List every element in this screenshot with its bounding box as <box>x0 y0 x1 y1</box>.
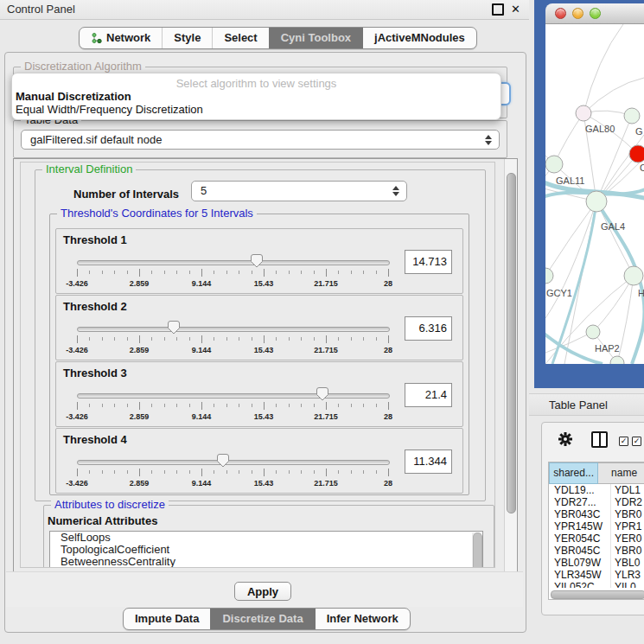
slider-track[interactable] <box>77 327 390 332</box>
cell-name[interactable]: YDL1 <box>611 484 644 496</box>
slider-thumb[interactable] <box>316 386 329 401</box>
table-data-select[interactable]: galFiltered.sif default node <box>21 130 500 150</box>
network-node-label: G <box>635 126 643 137</box>
network-canvas[interactable]: GAL80GCGAL11GAL4GCY1HHAP2 <box>545 24 644 364</box>
network-edge-highlighted[interactable] <box>552 201 596 364</box>
cell-shared-name[interactable]: YBL079W <box>549 557 611 569</box>
slider-thumb[interactable] <box>216 453 230 468</box>
network-node-c[interactable] <box>629 145 644 163</box>
attribute-item[interactable]: TopologicalCoefficient <box>50 544 482 556</box>
threshold-slider[interactable]: -3.4262.8599.14415.4321.71528 <box>56 229 402 293</box>
network-node-gal4[interactable] <box>586 191 607 212</box>
top-tab-bar: Network Style Select Cyni Toolbox jActiv… <box>79 27 477 49</box>
network-node-gcy1[interactable] <box>545 268 553 284</box>
horizontal-scrollbar[interactable] <box>550 590 644 599</box>
table-row[interactable]: YBR043CYBR0 <box>549 508 644 520</box>
cell-name[interactable]: YDR2 <box>611 496 644 508</box>
threshold-value-field[interactable]: 14.713 <box>405 250 452 274</box>
threshold-panel: Threshold 2 -3.4262.8599.14415.4321.7152… <box>55 295 463 360</box>
slider-thumb[interactable] <box>250 253 264 268</box>
table-row[interactable]: YBL079WYBL0 <box>549 557 644 569</box>
cell-name[interactable]: YIL0 <box>611 581 644 588</box>
cell-name[interactable]: YPR1 <box>611 520 644 532</box>
scrollbar-thumb[interactable] <box>473 532 482 568</box>
table-row[interactable]: YLR345WYLR3 <box>549 569 644 581</box>
cell-name[interactable]: YBR0 <box>611 508 644 520</box>
attributes-to-discretize-group: Attributes to discretize Numerical Attri… <box>43 505 494 568</box>
checkbox-icon[interactable]: ✓ <box>632 437 641 446</box>
table-row[interactable]: YPR145WYPR1 <box>549 520 644 532</box>
tab-style[interactable]: Style <box>162 28 212 48</box>
column-header-shared-name[interactable]: shared... <box>549 462 598 484</box>
threshold-slider[interactable]: -3.4262.8599.14415.4321.71528 <box>56 362 402 426</box>
cell-shared-name[interactable]: YDR27... <box>549 496 611 508</box>
attribute-item[interactable]: SelfLoops <box>50 532 482 544</box>
slider-track[interactable] <box>77 260 390 265</box>
cell-name[interactable]: YLR3 <box>611 569 644 581</box>
numerical-attributes-list[interactable]: SelfLoopsTopologicalCoefficientBetweenne… <box>49 531 483 568</box>
cell-shared-name[interactable]: YBR043C <box>549 508 611 520</box>
network-edge[interactable] <box>545 201 596 318</box>
slider-thumb[interactable] <box>167 320 181 335</box>
slider-track[interactable] <box>77 460 390 465</box>
tab-label: jActiveMNodules <box>374 28 465 48</box>
table-row[interactable]: YDR27...YDR2 <box>549 496 644 508</box>
zoom-traffic-light-icon[interactable] <box>590 8 601 19</box>
network-view-window[interactable]: GAL80GCGAL11GAL4GCY1HHAP2 <box>534 0 644 388</box>
cell-name[interactable]: YBL0 <box>611 557 644 569</box>
network-node-label: GCY1 <box>546 288 572 298</box>
threshold-panel: Threshold 4 -3.4262.8599.14415.4321.7152… <box>55 428 463 494</box>
tab-discretize-data[interactable]: Discretize Data <box>210 609 314 629</box>
network-node-gal80[interactable] <box>576 105 591 121</box>
cell-shared-name[interactable]: YLR345W <box>549 569 611 581</box>
cell-shared-name[interactable]: YPR145W <box>549 520 611 532</box>
number-of-intervals-select[interactable]: 5 <box>191 181 407 201</box>
tab-cyni-toolbox[interactable]: Cyni Toolbox <box>269 28 362 48</box>
tab-jactivemnodules[interactable]: jActiveMNodules <box>362 28 476 48</box>
scrollbar-thumb[interactable] <box>551 590 644 599</box>
list-scrollbar[interactable] <box>472 532 481 568</box>
cell-shared-name[interactable]: YER054C <box>549 532 611 545</box>
threshold-slider[interactable]: -3.4262.8599.14415.4321.71528 <box>56 429 402 493</box>
table-row[interactable]: YDL19...YDL1 <box>549 484 644 496</box>
slider-track[interactable] <box>77 393 390 399</box>
column-header-name[interactable]: name <box>598 462 644 484</box>
checkbox-icon[interactable]: ✓ <box>619 437 628 446</box>
threshold-value-field[interactable]: 6.316 <box>405 316 452 341</box>
tab-impute-data[interactable]: Impute Data <box>124 609 210 629</box>
cell-name[interactable]: YER0 <box>611 532 644 545</box>
threshold-value-field[interactable]: 21.4 <box>405 383 452 407</box>
network-node-gal11[interactable] <box>545 156 563 173</box>
table-row[interactable]: YER054CYER0 <box>549 532 644 545</box>
apply-button[interactable]: Apply <box>234 582 291 601</box>
network-node-g[interactable] <box>624 108 640 124</box>
network-node-hap2[interactable] <box>586 325 600 339</box>
slider-tick-labels: -3.4262.8599.14415.4321.71528 <box>56 479 402 489</box>
split-view-icon[interactable] <box>591 431 608 448</box>
table-data-selected-value: galFiltered.sif default node <box>22 131 499 149</box>
network-edge[interactable] <box>593 276 634 332</box>
network-edge[interactable] <box>583 24 623 113</box>
settings-gear-icon[interactable] <box>558 431 573 447</box>
threshold-slider[interactable]: -3.4262.8599.14415.4321.71528 <box>56 296 402 360</box>
table-row[interactable]: YIL052CYIL0 <box>549 581 644 588</box>
cell-shared-name[interactable]: YIL052C <box>549 581 611 588</box>
option-manual-discretization[interactable]: Manual Discretization <box>12 90 501 103</box>
scrollbar-thumb[interactable] <box>507 173 516 513</box>
network-node-h[interactable] <box>624 266 643 285</box>
tab-select[interactable]: Select <box>212 28 268 48</box>
threshold-value-field[interactable]: 11.344 <box>405 450 452 474</box>
float-window-icon[interactable] <box>492 3 504 16</box>
tab-infer-network[interactable]: Infer Network <box>315 609 410 629</box>
tab-network[interactable]: Network <box>80 28 162 48</box>
cell-shared-name[interactable]: YBR045C <box>549 545 611 557</box>
cell-name[interactable]: YBR0 <box>611 545 644 557</box>
cell-shared-name[interactable]: YDL19... <box>549 484 611 496</box>
option-equal-width-frequency-discretization[interactable]: Equal Width/Frequency Discretization <box>12 103 501 116</box>
close-icon[interactable]: ✕ <box>511 5 520 14</box>
vertical-scrollbar[interactable] <box>504 159 517 572</box>
attribute-item[interactable]: BetweennessCentrality <box>50 556 482 568</box>
close-traffic-light-icon[interactable] <box>555 8 566 19</box>
table-row[interactable]: YBR045CYBR0 <box>549 545 644 557</box>
minimize-traffic-light-icon[interactable] <box>572 8 583 19</box>
